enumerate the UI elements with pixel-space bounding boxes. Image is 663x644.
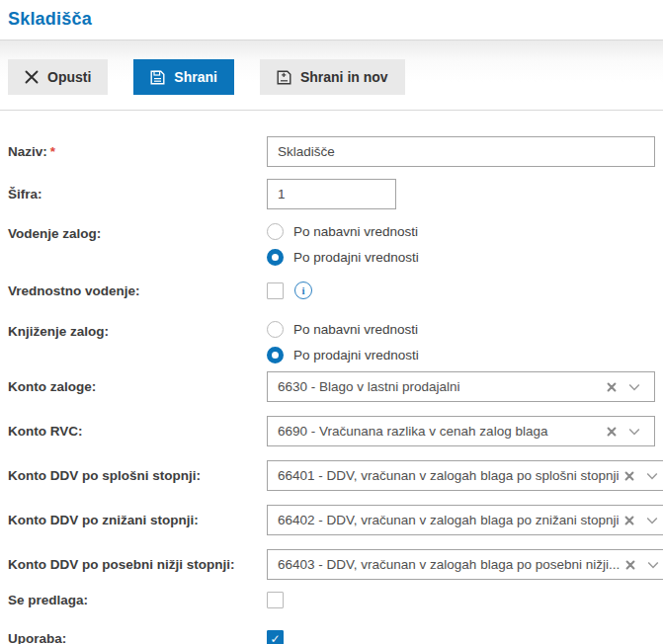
uporaba-checkbox[interactable]: ✓ — [267, 630, 284, 644]
vodenje-zalog-option-nabavni[interactable]: Po nabavni vrednosti — [267, 223, 655, 240]
form-row-konto-ddv-posebni: Konto DDV po posebni nižji stopnji: 6640… — [8, 549, 655, 580]
naziv-label-text: Naziv: — [8, 144, 47, 159]
chevron-down-icon[interactable] — [641, 561, 663, 569]
save-and-new-button[interactable]: Shrani in nov — [260, 59, 405, 95]
konto-rvc-label: Konto RVC: — [8, 424, 267, 439]
form-row-naziv: Naziv:* — [8, 136, 655, 167]
page-header: Skladišča — [0, 0, 663, 40]
vrednostno-vodenje-checkbox[interactable] — [267, 282, 284, 299]
se-predlaga-control — [267, 592, 655, 608]
clear-icon[interactable] — [601, 427, 622, 437]
sifra-input[interactable] — [267, 179, 396, 209]
konto-ddv-posebni-label: Konto DDV po posebni nižji stopnji: — [8, 557, 267, 572]
vrednostno-vodenje-control: i — [267, 282, 655, 299]
chevron-down-icon[interactable] — [622, 383, 646, 391]
konto-ddv-splosni-select[interactable]: 66401 - DDV, vračunan v zalogah blaga po… — [267, 460, 663, 491]
check-icon: ✓ — [270, 633, 280, 644]
toolbar: Opusti Shrani Shrani in nov — [0, 40, 663, 111]
radio-option-label: Po prodajni vrednosti — [293, 250, 419, 265]
required-asterisk: * — [50, 144, 55, 159]
radio-selected-icon — [267, 347, 284, 363]
radio-selected-icon — [267, 249, 284, 266]
form-row-se-predlaga: Se predlaga: — [8, 592, 655, 608]
form-row-konto-ddv-znizani: Konto DDV po znižani stopnji: 66402 - DD… — [8, 505, 655, 535]
form-row-uporaba: Uporaba: ✓ — [8, 630, 655, 644]
cancel-button[interactable]: Opusti — [8, 59, 108, 95]
naziv-label: Naziv:* — [8, 144, 267, 159]
radio-unselected-icon — [267, 321, 284, 338]
naziv-input[interactable] — [267, 136, 655, 167]
form-row-konto-rvc: Konto RVC: 6690 - Vračunana razlika v ce… — [8, 416, 655, 446]
radio-option-label: Po prodajni vrednosti — [293, 348, 419, 362]
konto-rvc-value: 6690 - Vračunana razlika v cenah zalog b… — [278, 424, 601, 439]
radio-option-label: Po nabavni vrednosti — [293, 322, 418, 337]
close-icon — [25, 70, 39, 84]
se-predlaga-label: Se predlaga: — [8, 593, 267, 607]
konto-rvc-select[interactable]: 6690 - Vračunana razlika v cenah zalog b… — [267, 416, 655, 446]
konto-ddv-splosni-value: 66401 - DDV, vračunan v zalogah blaga po… — [278, 468, 619, 483]
vrednostno-vodenje-label: Vrednostno vodenje: — [8, 283, 267, 298]
konto-ddv-splosni-label: Konto DDV po splošni stopnji: — [8, 468, 267, 483]
uporaba-label: Uporaba: — [8, 631, 267, 644]
vodenje-zalog-radio-group: Po nabavni vrednosti Po prodajni vrednos… — [267, 223, 655, 266]
form-row-konto-zaloge: Konto zaloge: 6630 - Blago v lastni prod… — [8, 371, 655, 402]
konto-ddv-znizani-label: Konto DDV po znižani stopnji: — [8, 513, 267, 527]
knjizenje-zalog-label: Knjiženje zalog: — [8, 321, 267, 339]
warehouse-form: Naziv:* Šifra: Vodenje zalog: Po nabavni… — [0, 111, 663, 644]
form-row-vodenje-zalog: Vodenje zalog: Po nabavni vrednosti Po p… — [8, 223, 655, 266]
page-title: Skladišča — [8, 9, 655, 30]
uporaba-control: ✓ — [267, 630, 655, 644]
form-row-sifra: Šifra: — [8, 179, 655, 209]
save-button[interactable]: Shrani — [133, 59, 234, 95]
knjizenje-zalog-radio-group: Po nabavni vrednosti Po prodajni vrednos… — [267, 321, 655, 363]
konto-zaloge-select[interactable]: 6630 - Blago v lastni prodajalni — [267, 371, 655, 402]
save-icon — [150, 70, 165, 85]
konto-ddv-znizani-select[interactable]: 66402 - DDV, vračunan v zalogah blaga po… — [267, 505, 663, 535]
form-row-konto-ddv-splosni: Konto DDV po splošni stopnji: 66401 - DD… — [8, 460, 655, 491]
cancel-button-label: Opusti — [47, 69, 91, 85]
save-and-new-button-label: Shrani in nov — [300, 69, 388, 85]
save-button-label: Shrani — [174, 69, 217, 85]
save-new-icon — [277, 70, 291, 85]
knjizenje-zalog-option-nabavni[interactable]: Po nabavni vrednosti — [267, 321, 655, 338]
radio-unselected-icon — [267, 223, 284, 240]
form-row-knjizenje-zalog: Knjiženje zalog: Po nabavni vrednosti Po… — [8, 321, 655, 363]
konto-zaloge-label: Konto zaloge: — [8, 379, 267, 394]
vodenje-zalog-label: Vodenje zalog: — [8, 223, 267, 241]
konto-ddv-znizani-value: 66402 - DDV, vračunan v zalogah blaga po… — [278, 513, 619, 527]
chevron-down-icon[interactable] — [622, 428, 646, 436]
clear-icon[interactable] — [619, 516, 640, 525]
radio-option-label: Po nabavni vrednosti — [293, 224, 418, 239]
form-row-vrednostno-vodenje: Vrednostno vodenje: i — [8, 282, 655, 299]
info-icon[interactable]: i — [294, 282, 312, 299]
se-predlaga-checkbox[interactable] — [267, 592, 284, 608]
knjizenje-zalog-option-prodajni[interactable]: Po prodajni vrednosti — [267, 347, 655, 363]
konto-ddv-posebni-value: 66403 - DDV, vračunan v zalogah blaga po… — [278, 557, 620, 572]
chevron-down-icon[interactable] — [640, 517, 663, 524]
sifra-label: Šifra: — [8, 187, 267, 201]
chevron-down-icon[interactable] — [640, 472, 663, 480]
konto-ddv-posebni-select[interactable]: 66403 - DDV, vračunan v zalogah blaga po… — [267, 549, 663, 580]
clear-icon[interactable] — [619, 471, 640, 481]
konto-zaloge-value: 6630 - Blago v lastni prodajalni — [278, 379, 601, 394]
clear-icon[interactable] — [601, 382, 622, 392]
clear-icon[interactable] — [620, 560, 641, 570]
vodenje-zalog-option-prodajni[interactable]: Po prodajni vrednosti — [267, 249, 655, 266]
